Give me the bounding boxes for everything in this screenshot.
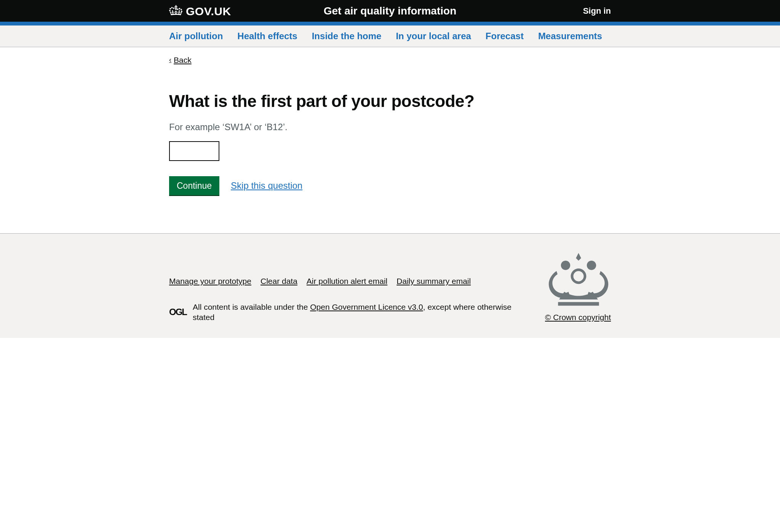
postcode-input[interactable] bbox=[169, 141, 219, 161]
crown-copyright-link[interactable]: © Crown copyright bbox=[545, 313, 611, 322]
ogl-icon: OGL bbox=[169, 306, 187, 318]
primary-nav: Air pollution Health effects Inside the … bbox=[0, 25, 780, 47]
sign-in-link[interactable]: Sign in bbox=[583, 6, 611, 17]
nav-air-pollution[interactable]: Air pollution bbox=[169, 31, 223, 41]
licence-link[interactable]: Open Government Licence v3.0 bbox=[310, 303, 423, 311]
back-link[interactable]: ‹ Back bbox=[169, 55, 192, 65]
site-footer: Manage your prototype Clear data Air pol… bbox=[0, 233, 780, 338]
footer-summary-email[interactable]: Daily summary email bbox=[396, 277, 471, 285]
govuk-logotype: GOV.UK bbox=[186, 4, 231, 19]
postcode-hint: For example ‘SW1A’ or ‘B12’. bbox=[169, 121, 611, 133]
footer-clear-data[interactable]: Clear data bbox=[261, 277, 297, 285]
nav-local-area[interactable]: In your local area bbox=[396, 31, 471, 41]
crown-icon bbox=[169, 5, 183, 18]
royal-coat-of-arms-icon bbox=[545, 253, 611, 308]
main-content: What is the first part of your postcode?… bbox=[169, 65, 611, 234]
footer-manage-prototype[interactable]: Manage your prototype bbox=[169, 277, 251, 285]
site-header: GOV.UK Get air quality information Sign … bbox=[0, 0, 780, 25]
licence-text: All content is available under the Open … bbox=[193, 302, 530, 323]
nav-inside-home[interactable]: Inside the home bbox=[312, 31, 382, 41]
page-heading: What is the first part of your postcode? bbox=[169, 92, 611, 110]
govuk-logo-link[interactable]: GOV.UK bbox=[169, 4, 231, 19]
back-link-label: Back bbox=[174, 55, 192, 65]
footer-alert-email[interactable]: Air pollution alert email bbox=[307, 277, 387, 285]
skip-question-link[interactable]: Skip this question bbox=[231, 180, 302, 192]
nav-measurements[interactable]: Measurements bbox=[538, 31, 602, 41]
licence-prefix: All content is available under the bbox=[193, 303, 310, 311]
continue-button[interactable]: Continue bbox=[169, 176, 219, 195]
nav-forecast[interactable]: Forecast bbox=[486, 31, 524, 41]
chevron-left-icon: ‹ bbox=[169, 56, 171, 65]
nav-health-effects[interactable]: Health effects bbox=[237, 31, 297, 41]
service-name: Get air quality information bbox=[324, 4, 456, 18]
